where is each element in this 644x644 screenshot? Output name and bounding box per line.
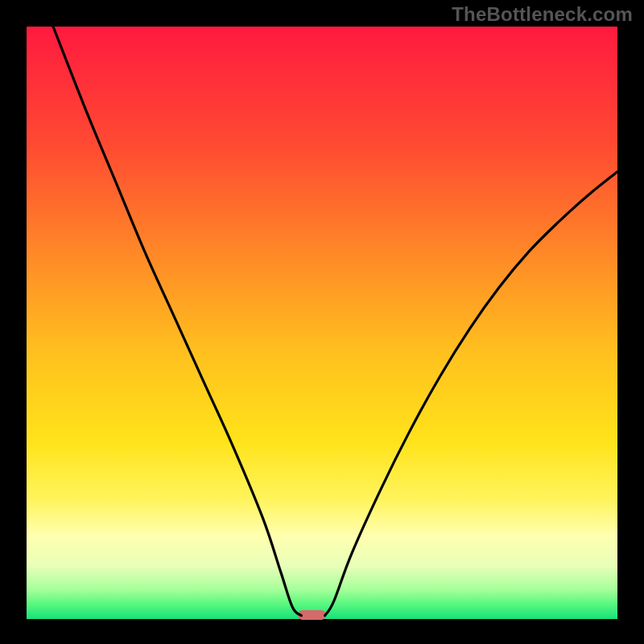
- watermark-text: TheBottleneck.com: [452, 3, 633, 26]
- chart-frame: TheBottleneck.com: [0, 0, 644, 644]
- chart-canvas: [0, 0, 644, 644]
- plot-background: [27, 27, 617, 619]
